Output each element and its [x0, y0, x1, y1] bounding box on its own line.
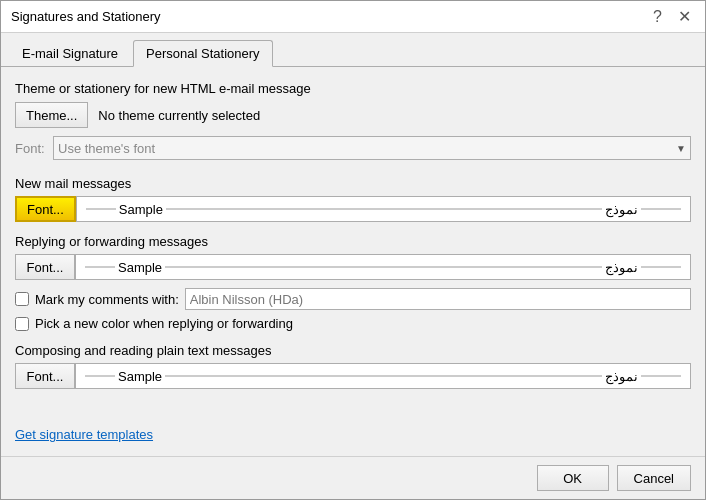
font-combo-value: Use theme's font	[58, 141, 155, 156]
get-templates-link[interactable]: Get signature templates	[15, 427, 691, 442]
mark-comments-checkbox[interactable]	[15, 292, 29, 306]
spacer	[15, 397, 691, 427]
reply-sample-rtl: نموذج	[605, 260, 638, 275]
font-dropdown[interactable]: Use theme's font ▼	[53, 136, 691, 160]
plain-sample-content: Sample نموذج	[82, 369, 684, 384]
dialog-title: Signatures and Stationery	[11, 9, 161, 24]
reply-sample-line-1	[85, 266, 115, 268]
new-mail-font-row: Font... Sample نموذج	[15, 196, 691, 222]
new-mail-font-button[interactable]: Font...	[15, 196, 76, 222]
new-mail-sample-content: Sample نموذج	[83, 202, 684, 217]
mark-comments-label: Mark my comments with:	[35, 292, 179, 307]
reply-font-row: Font... Sample نموذج	[15, 254, 691, 280]
pick-color-label: Pick a new color when replying or forwar…	[35, 316, 293, 331]
plain-sample-line-2	[165, 375, 602, 377]
reply-sample-text: Sample	[118, 260, 162, 275]
tab-bar: E-mail Signature Personal Stationery	[1, 33, 705, 67]
close-button[interactable]: ✕	[674, 9, 695, 25]
dialog: Signatures and Stationery ? ✕ E-mail Sig…	[0, 0, 706, 500]
sample-line-3	[641, 208, 681, 210]
new-mail-section-label: New mail messages	[15, 176, 691, 191]
footer: OK Cancel	[1, 456, 705, 499]
new-mail-sample-rtl: نموذج	[605, 202, 638, 217]
plain-font-button[interactable]: Font...	[15, 363, 75, 389]
title-bar: Signatures and Stationery ? ✕	[1, 1, 705, 33]
reply-sample-line-2	[165, 266, 602, 268]
reply-sample-box: Sample نموذج	[75, 254, 691, 280]
plain-sample-line-1	[85, 375, 115, 377]
font-row: Font: Use theme's font ▼	[15, 136, 691, 160]
theme-status: No theme currently selected	[98, 108, 260, 123]
font-label: Font:	[15, 141, 47, 156]
help-button[interactable]: ?	[649, 9, 666, 25]
reply-sample-content: Sample نموذج	[82, 260, 684, 275]
plain-sample-box: Sample نموذج	[75, 363, 691, 389]
new-mail-sample-text: Sample	[119, 202, 163, 217]
tab-personal-stationery[interactable]: Personal Stationery	[133, 40, 272, 67]
theme-section-label: Theme or stationery for new HTML e-mail …	[15, 81, 691, 96]
sample-line-1	[86, 208, 116, 210]
mark-comments-row: Mark my comments with:	[15, 288, 691, 310]
pick-color-row: Pick a new color when replying or forwar…	[15, 316, 691, 331]
tab-email-signature[interactable]: E-mail Signature	[9, 40, 131, 67]
plain-sample-line-3	[641, 375, 681, 377]
new-mail-sample-box: Sample نموذج	[76, 196, 691, 222]
reply-font-button[interactable]: Font...	[15, 254, 75, 280]
cancel-button[interactable]: Cancel	[617, 465, 691, 491]
mark-comments-input[interactable]	[185, 288, 691, 310]
reply-section-label: Replying or forwarding messages	[15, 234, 691, 249]
content-area: Theme or stationery for new HTML e-mail …	[1, 67, 705, 456]
theme-row: Theme... No theme currently selected	[15, 102, 691, 128]
title-bar-controls: ? ✕	[649, 9, 695, 25]
plain-sample-rtl: نموذج	[605, 369, 638, 384]
chevron-down-icon: ▼	[676, 143, 686, 154]
ok-button[interactable]: OK	[537, 465, 609, 491]
plain-font-row: Font... Sample نموذج	[15, 363, 691, 389]
reply-sample-line-3	[641, 266, 681, 268]
plain-text-section-label: Composing and reading plain text message…	[15, 343, 691, 358]
sample-line-2	[166, 208, 602, 210]
pick-color-checkbox[interactable]	[15, 317, 29, 331]
theme-button[interactable]: Theme...	[15, 102, 88, 128]
plain-sample-text: Sample	[118, 369, 162, 384]
